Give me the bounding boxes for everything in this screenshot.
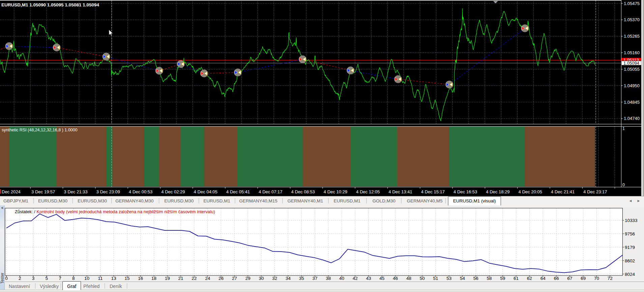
chart-tab[interactable]: EURUSD,M1: [334, 198, 361, 203]
trade-marker-buy[interactable]: [177, 60, 185, 68]
time-axis-label: 4 Dec 04:05: [194, 189, 217, 194]
time-axis-label: 4 Dec 07:17: [259, 189, 282, 194]
price-chart-area[interactable]: EURUSD,M1 1.05090 1.05095 1.05081 1.0509…: [0, 0, 644, 196]
window-right-border: [641, 0, 644, 196]
balance-x-label: 10: [84, 276, 89, 281]
time-axis-label: 4 Dec 05:41: [226, 189, 250, 194]
time-axis-label: 4 Dec 02:29: [161, 189, 185, 194]
balance-y-label: 8602: [625, 258, 635, 263]
price-scale-label: 1.05055: [624, 67, 640, 72]
time-axis-label: 4 Dec 15:17: [421, 189, 445, 194]
trade-marker-buy[interactable]: [103, 53, 110, 61]
chart-tab[interactable]: GOLD,M30: [372, 198, 395, 203]
tester-panel: < Tester 1033397569179860280240235781011…: [0, 205, 644, 290]
time-axis-label: 3 Dec 21:33: [64, 189, 87, 194]
tester-tab[interactable]: Nastavení: [9, 284, 30, 289]
trade-marker-sell[interactable]: [200, 69, 208, 77]
trade-marker-sell[interactable]: [521, 24, 529, 32]
balance-x-label: 26: [219, 276, 224, 281]
balance-x-label: 32: [272, 276, 277, 281]
price-scale-label: 1.04740: [624, 116, 640, 121]
rsi-band-up: [9, 127, 57, 187]
trade-marker-buy[interactable]: [234, 69, 242, 76]
chart-tab[interactable]: GERMANY40,M15: [239, 198, 277, 203]
time-axis-label: 4 Dec 13:41: [389, 189, 412, 194]
balance-x-label: 46: [393, 276, 398, 281]
chart-tab[interactable]: GERMANY40,M30: [115, 198, 153, 203]
tab-separator: [105, 283, 105, 289]
balance-x-label: 18: [151, 276, 157, 281]
time-axis-label: 3 Dec 19:57: [31, 189, 55, 194]
balance-x-label: 0: [5, 276, 8, 281]
balance-x-label: 8: [72, 276, 75, 281]
balance-x-label: 7: [59, 276, 61, 281]
trade-marker-sell[interactable]: [53, 43, 61, 51]
chart-tab[interactable]: EURUSD,M1: [203, 198, 230, 203]
tab-separator: [33, 198, 34, 203]
balance-x-label: 3: [32, 276, 35, 281]
balance-x-label: 38: [326, 276, 331, 281]
trade-marker-sell[interactable]: [394, 75, 402, 83]
chart-tab[interactable]: EURUSD,M30: [78, 198, 107, 203]
chart-symbol-header: EURUSD,M1 1.05090 1.05095 1.05081 1.0509…: [1, 2, 99, 7]
balance-x-label: 5: [46, 276, 48, 281]
legend-model-label: Kontrolní body (velmi jednoduchá metoda …: [36, 209, 215, 214]
tab-separator: [366, 198, 367, 203]
bid-price-badge: 1.05094: [621, 61, 641, 66]
rsi-band-up: [106, 127, 112, 187]
time-axis-label: 4 Dec 20:05: [519, 189, 542, 194]
balance-x-label: 53: [447, 276, 452, 281]
tester-tab-active[interactable]: Graf: [62, 281, 81, 290]
balance-x-label: 69: [581, 276, 586, 281]
balance-x-label: 15: [124, 276, 130, 281]
balance-x-label: 37: [312, 276, 317, 281]
rsi-band-up: [237, 127, 303, 187]
chart-tab[interactable]: GERMANY40,M5: [407, 198, 443, 203]
price-scale-label: 1.05160: [624, 50, 640, 55]
rsi-band-up: [181, 127, 204, 187]
tab-separator: [328, 198, 329, 203]
trade-marker-sell[interactable]: [156, 67, 163, 74]
tester-tab-label: Graf: [63, 282, 81, 289]
chart-tab[interactable]: EURUSD,M30: [164, 198, 194, 203]
bid-badge-text: 1.05094: [623, 61, 639, 66]
tab-separator: [35, 283, 35, 289]
rsi-band-down: [397, 127, 449, 187]
legend-balance-label: Zůstatek: /: [15, 209, 35, 214]
time-axis-label: 4 Dec 00:53: [129, 189, 152, 194]
chart-tab[interactable]: EURUSD,M30: [38, 198, 67, 203]
tester-tab[interactable]: Přehled: [83, 284, 100, 289]
trade-marker-buy[interactable]: [347, 67, 355, 74]
balance-x-label: 61: [513, 276, 519, 281]
tab-separator: [235, 198, 235, 203]
chart-tab[interactable]: GERMANY40,M1: [287, 198, 323, 203]
balance-x-label: 21: [178, 276, 183, 281]
price-scale-label: 1.05265: [624, 34, 640, 39]
tab-scroll-right-icon[interactable]: ►: [636, 199, 641, 203]
tester-tab[interactable]: Deník: [110, 284, 122, 289]
tab-separator: [127, 283, 127, 289]
chart-tab-active[interactable]: EURUSD,M1 (visual): [448, 196, 501, 205]
tab-scroll-left-icon[interactable]: ◄: [628, 199, 633, 203]
time-axis-label: 4 Dec 08:53: [291, 189, 315, 194]
balance-x-label: 43: [366, 276, 371, 281]
balance-chart[interactable]: 1033397569179860280240235781011131516181…: [0, 205, 644, 290]
trade-marker-buy[interactable]: [446, 80, 453, 88]
balance-x-label: 67: [567, 276, 572, 281]
balance-x-label: 24: [205, 276, 211, 281]
trade-marker-sell[interactable]: [299, 56, 307, 63]
balance-x-label: 19: [165, 276, 170, 281]
balance-x-label: 13: [111, 276, 116, 281]
chart-tab[interactable]: GBPJPY,M1: [3, 198, 28, 203]
window-top-border: [0, 0, 621, 1]
tester-tab[interactable]: Výsledky: [40, 284, 59, 289]
rsi-band-down: [303, 127, 351, 187]
tab-separator: [445, 198, 446, 203]
price-scale-label: 1.05475: [624, 1, 640, 6]
rsi-band-down: [112, 127, 144, 187]
balance-x-label: 11: [98, 276, 103, 281]
time-axis-label: 4 Dec 10:29: [324, 189, 347, 194]
price-scale-label: 1.04950: [624, 83, 640, 88]
trade-marker-buy[interactable]: [5, 42, 13, 50]
tester-tab-bar: NastaveníVýsledkyGrafPřehledDeník: [5, 282, 644, 290]
